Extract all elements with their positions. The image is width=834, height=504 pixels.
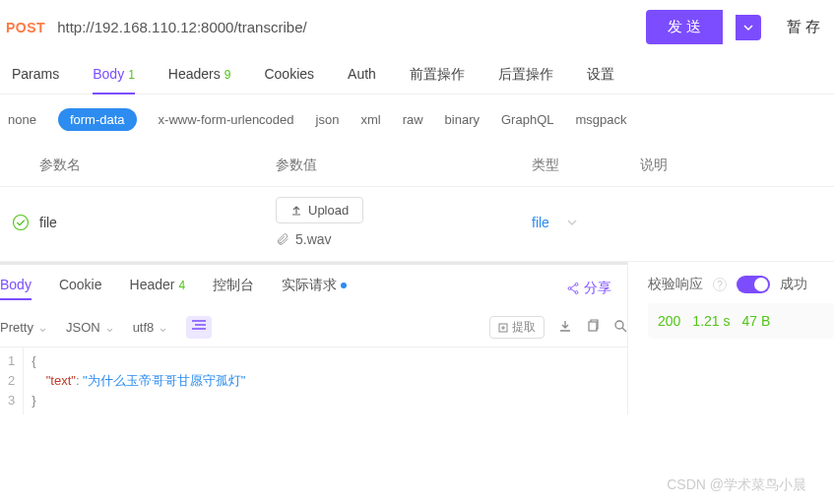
col-header-desc: 说明 [640, 157, 668, 174]
code-content: { "text": "为什么玉帝哥哥甘愿守孤灯" } [24, 347, 253, 414]
tab-cookies[interactable]: Cookies [264, 66, 314, 94]
validate-label: 校验响应 [648, 276, 703, 293]
search-icon[interactable] [613, 319, 627, 336]
param-name-input[interactable]: file [33, 215, 276, 230]
bodytype-none[interactable]: none [8, 108, 36, 131]
check-icon[interactable] [8, 214, 33, 231]
resp-header-badge: 4 [178, 279, 185, 292]
chevron-down-icon: ⌄ [37, 320, 48, 335]
format-pretty-label: Pretty [0, 320, 33, 335]
svg-point-2 [568, 287, 571, 290]
body-count-badge: 1 [128, 68, 135, 82]
watermark: CSDN @学术菜鸟小晨 [667, 476, 806, 494]
send-dropdown[interactable] [736, 15, 761, 40]
format-json-label: JSON [66, 320, 100, 335]
attachment-icon [276, 232, 289, 246]
save-button[interactable]: 暂 存 [773, 10, 834, 44]
validate-toggle[interactable] [737, 276, 770, 293]
filename-label: 5.wav [295, 231, 332, 247]
bodytype-msgpack[interactable]: msgpack [575, 108, 626, 131]
tab-pre-request[interactable]: 前置操作 [410, 66, 465, 94]
tab-auth[interactable]: Auth [348, 66, 376, 94]
svg-point-6 [615, 321, 623, 329]
bodytype-urlencoded[interactable]: x-www-form-urlencoded [159, 108, 294, 131]
actual-dot-icon [341, 283, 347, 288]
resp-tab-actual[interactable]: 实际请求 [282, 277, 347, 300]
upload-label: Upload [308, 203, 349, 218]
status-time: 1.21 s [692, 313, 730, 329]
upload-button[interactable]: Upload [276, 197, 363, 223]
resp-tab-cookie[interactable]: Cookie [59, 277, 102, 300]
bodytype-binary[interactable]: binary [445, 108, 480, 131]
attached-file[interactable]: 5.wav [276, 223, 532, 247]
col-header-name: 参数名 [39, 157, 276, 174]
share-label: 分享 [584, 280, 611, 297]
status-code: 200 [658, 313, 680, 329]
resp-tab-header[interactable]: Header4 [130, 277, 186, 300]
headers-count-badge: 9 [225, 68, 231, 82]
download-icon[interactable] [558, 319, 572, 336]
upload-icon [290, 205, 302, 217]
status-size: 47 B [742, 313, 771, 329]
bodytype-json[interactable]: json [316, 108, 340, 131]
tab-post-request[interactable]: 后置操作 [498, 66, 553, 94]
tab-body-label: Body [93, 66, 124, 82]
chevron-down-icon [567, 215, 577, 230]
svg-point-3 [575, 291, 578, 294]
chevron-down-icon: ⌄ [158, 320, 168, 335]
line-gutter: 123 [0, 347, 24, 414]
validate-success-label: 成功 [780, 276, 807, 293]
format-align-icon[interactable] [186, 316, 212, 339]
tab-headers-label: Headers [168, 66, 221, 82]
bodytype-form-data[interactable]: form-data [58, 108, 137, 131]
http-method[interactable]: POST [6, 20, 45, 35]
extract-icon [498, 323, 508, 333]
svg-point-1 [575, 283, 578, 285]
bodytype-raw[interactable]: raw [403, 108, 423, 131]
col-header-type: 类型 [532, 157, 640, 174]
resp-tab-actual-label: 实际请求 [282, 277, 337, 292]
extract-button[interactable]: 提取 [489, 316, 545, 339]
help-icon[interactable]: ? [713, 278, 727, 291]
chevron-down-icon: ⌄ [104, 320, 115, 335]
send-button[interactable]: 发 送 [646, 10, 723, 44]
tab-params[interactable]: Params [12, 66, 59, 94]
extract-label: 提取 [512, 319, 536, 336]
format-pretty[interactable]: Pretty⌄ [0, 320, 48, 335]
tab-headers[interactable]: Headers9 [168, 66, 231, 94]
resp-tab-header-label: Header [130, 277, 175, 292]
svg-rect-5 [589, 322, 597, 331]
col-header-value: 参数值 [276, 157, 532, 174]
share-button[interactable]: 分享 [566, 280, 611, 297]
format-json[interactable]: JSON⌄ [66, 320, 115, 335]
format-utf8[interactable]: utf8⌄ [133, 320, 169, 335]
status-summary: 200 1.21 s 47 B [648, 303, 834, 339]
resp-tab-console[interactable]: 控制台 [213, 277, 254, 300]
copy-icon[interactable] [586, 319, 600, 336]
response-body-code[interactable]: 123 { "text": "为什么玉帝哥哥甘愿守孤灯" } [0, 346, 627, 414]
svg-point-0 [14, 215, 29, 229]
param-type-value: file [532, 215, 549, 230]
param-type-select[interactable]: file [532, 215, 640, 230]
param-row: file Upload 5.wav file [0, 187, 834, 262]
bodytype-xml[interactable]: xml [360, 108, 380, 131]
url-input[interactable]: http://192.168.110.12:8000/transcribe/ [57, 19, 634, 35]
bodytype-graphql[interactable]: GraphQL [501, 108, 553, 131]
tab-settings[interactable]: 设置 [587, 66, 614, 94]
tab-body[interactable]: Body1 [93, 66, 135, 94]
resp-tab-body[interactable]: Body [0, 277, 32, 300]
share-icon [566, 282, 580, 295]
format-utf8-label: utf8 [133, 320, 155, 335]
